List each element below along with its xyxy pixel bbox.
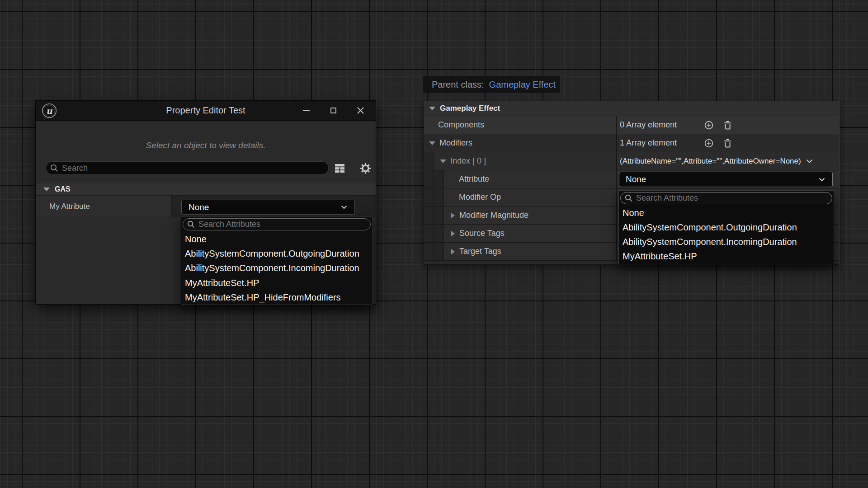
row-index-0[interactable]: Index [ 0 ] (AttributeName="",Attribute=… [424,152,839,170]
empty-state-text: Select an object to view details. [36,141,376,150]
row-label: Modifiers [439,138,472,148]
search-icon [50,164,58,172]
plus-circle-icon [704,139,713,148]
indent-guide [434,188,444,206]
triangle-right-icon [451,231,455,236]
triangle-right-icon [451,249,455,254]
row-label: Target Tags [459,247,501,256]
maximize-icon [330,108,336,113]
maximize-button[interactable] [320,101,347,120]
add-array-element-button[interactable] [704,138,714,148]
attribute-search-input[interactable] [636,193,827,203]
triangle-down-icon [440,160,446,163]
row-label: Components [438,120,484,130]
details-panel: Gameplay Effect Components 0 Array eleme… [424,101,840,265]
triangle-down-icon [429,107,435,110]
dropdown-item[interactable]: AbilitySystemComponent.OutgoingDuration [181,246,372,261]
attribute-dropdown: None AbilitySystemComponent.OutgoingDura… [181,216,373,305]
indent-guide [424,170,434,188]
parent-class-bar: Parent class: Gameplay Effect [423,76,560,93]
attribute-search-box[interactable] [620,192,832,204]
indent-guide [434,225,444,242]
triangle-right-icon [451,213,455,218]
combobox-value: None [189,202,209,212]
settings-button[interactable] [360,162,371,174]
row-label: Source Tags [459,229,505,238]
dropdown-item[interactable]: None [619,206,834,220]
row-attribute: Attribute None [424,170,839,188]
property-matrix-button[interactable] [335,163,345,173]
my-attribute-combobox[interactable]: None [181,200,355,215]
combobox-value: None [626,174,646,184]
indent-guide [424,152,434,170]
grid-view-icon [335,164,345,173]
trash-icon [724,121,731,130]
minimize-button[interactable] [292,101,320,120]
parent-class-link[interactable]: Gameplay Effect [489,80,556,90]
row-value: 0 Array element [620,120,704,130]
row-components: Components 0 Array element [424,116,839,134]
property-label: My Attribute [36,196,172,217]
trash-icon [724,139,731,148]
close-icon [357,107,364,114]
row-value: 1 Array element [620,138,704,148]
add-array-element-button[interactable] [704,120,714,130]
delete-array-button[interactable] [722,138,732,148]
row-label: Attribute [459,174,489,184]
indent-guide [434,206,444,224]
indent-guide [434,170,444,188]
search-icon [187,221,195,228]
indent-guide [424,188,434,206]
row-modifiers[interactable]: Modifiers 1 Array element [424,134,839,152]
blueprint-graph-background[interactable]: u Property Editor Test Select an object … [0,0,868,488]
attribute-search-input[interactable] [198,220,366,229]
minimize-icon [303,110,310,111]
delete-array-button[interactable] [722,120,732,130]
plus-circle-icon [704,121,713,130]
triangle-down-icon [43,188,50,191]
gear-icon [360,163,371,174]
category-header-gas[interactable]: GAS [36,183,376,196]
indent-guide [434,243,444,260]
dropdown-item[interactable]: AbilitySystemComponent.OutgoingDuration [619,220,834,235]
category-label: Gameplay Effect [440,104,500,113]
row-label: Modifier Op [459,192,501,202]
chevron-down-icon [341,205,347,209]
dropdown-item[interactable]: AbilitySystemComponent.IncomingDuration [619,235,834,249]
attribute-dropdown: None AbilitySystemComponent.OutgoingDura… [618,190,834,264]
triangle-down-icon [429,141,435,145]
search-icon [625,194,632,202]
chevron-down-icon [819,178,825,182]
dropdown-item[interactable]: None [181,232,372,246]
property-editor-window: u Property Editor Test Select an object … [35,100,376,305]
close-button[interactable] [347,101,374,120]
dropdown-item[interactable]: AbilitySystemComponent.IncomingDuration [181,261,372,276]
window-titlebar[interactable]: u Property Editor Test [36,101,376,121]
indent-guide [424,225,434,242]
category-header-gameplay-effect[interactable]: Gameplay Effect [424,101,839,116]
divider [36,180,376,180]
attribute-search-box[interactable] [183,218,371,230]
dropdown-item[interactable]: MyAttributeSet.HP_HideFromModifiers [181,291,372,305]
parent-class-label: Parent class: [432,80,484,90]
search-input[interactable] [62,164,324,173]
dropdown-item[interactable]: MyAttributeSet.HP [181,276,372,290]
chevron-down-icon[interactable] [806,159,813,164]
row-label: Modifier Magnitude [459,211,528,220]
property-row-my-attribute: My Attribute None [36,196,376,217]
row-label: Index [ 0 ] [450,156,486,166]
category-label: GAS [55,185,71,193]
indent-guide [424,206,434,224]
attribute-combobox[interactable]: None [619,172,833,187]
dropdown-item[interactable]: MyAttributeSet.HP [619,249,834,263]
indent-guide [424,243,434,260]
search-box[interactable] [46,161,329,175]
struct-value: (AttributeName="",Attribute="",Attribute… [620,157,801,166]
